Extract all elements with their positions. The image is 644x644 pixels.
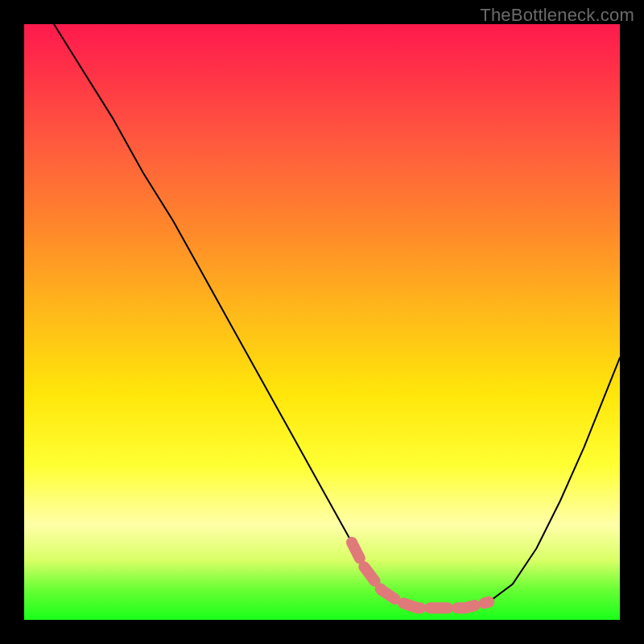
curve-svg	[24, 24, 620, 620]
highlight-segment	[352, 543, 489, 608]
bottleneck-curve	[54, 24, 620, 608]
watermark-text: TheBottleneck.com	[480, 5, 634, 26]
plot-area	[24, 24, 620, 620]
chart-frame: TheBottleneck.com	[0, 0, 644, 644]
